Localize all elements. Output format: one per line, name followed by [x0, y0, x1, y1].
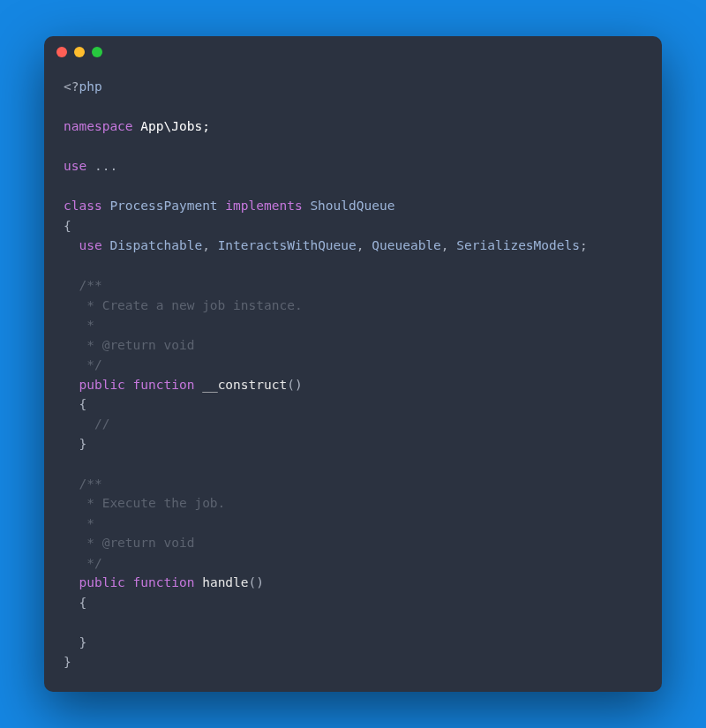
interface-name: ShouldQueue — [303, 199, 395, 213]
code-editor: <?php namespace App\Jobs; use ... class … — [44, 68, 662, 691]
minimize-icon[interactable] — [74, 47, 85, 57]
code-line: } — [64, 437, 86, 451]
function-handle: handle — [194, 575, 248, 589]
indent — [64, 298, 79, 312]
indent — [64, 378, 79, 392]
indent — [64, 477, 79, 491]
code-line: use ... — [64, 159, 117, 173]
indent — [64, 318, 79, 332]
code-line: { — [64, 596, 86, 610]
docblock-return: * @return void — [79, 338, 194, 352]
indent — [64, 397, 79, 411]
comma: , — [357, 238, 372, 252]
indent — [64, 437, 79, 451]
brace-open: { — [79, 596, 86, 610]
keyword-public: public — [79, 378, 124, 392]
trait-serializesmodels: SerializesModels — [456, 238, 580, 252]
indent — [64, 516, 79, 530]
code-line: /** — [64, 278, 102, 292]
brace-open: { — [79, 397, 86, 411]
code-line: <?php — [64, 79, 102, 94]
keyword-use-traits: use — [79, 238, 101, 252]
docblock-close: */ — [79, 556, 101, 570]
code-line: */ — [64, 556, 102, 570]
parens: () — [249, 575, 264, 589]
indent — [64, 278, 79, 292]
code-line: * — [64, 516, 94, 530]
keyword-public: public — [79, 575, 124, 589]
function-construct: __construct — [194, 378, 287, 392]
brace-close: } — [79, 437, 86, 451]
maximize-icon[interactable] — [92, 47, 102, 57]
semicolon: ; — [580, 238, 588, 252]
code-line: { — [64, 397, 86, 411]
indent — [64, 596, 79, 610]
indent — [64, 556, 79, 570]
code-line: * Create a new job instance. — [64, 298, 303, 312]
keyword-function: function — [133, 378, 195, 392]
keyword-class: class — [64, 199, 102, 213]
brace-open: { — [64, 219, 71, 233]
namespace-value: App\Jobs; — [133, 119, 210, 133]
code-line: * @return void — [64, 536, 194, 550]
docblock-close: */ — [79, 357, 101, 372]
indent — [64, 635, 79, 649]
indent — [64, 496, 79, 510]
keyword-use: use — [64, 159, 86, 173]
docblock-line: * Create a new job instance. — [79, 298, 302, 312]
php-open-tag-word: php — [79, 79, 101, 94]
code-line: * — [64, 318, 94, 332]
keyword-function: function — [133, 575, 195, 589]
indent — [64, 536, 79, 550]
brace-close: } — [79, 635, 86, 649]
use-ellipsis: ... — [86, 159, 117, 173]
trait-dispatchable: Dispatchable — [109, 238, 202, 252]
code-line: * Execute the job. — [64, 496, 225, 510]
keyword-namespace: namespace — [64, 119, 133, 133]
trait-interactswithqueue: InteractsWithQueue — [218, 238, 357, 252]
indent — [64, 357, 79, 372]
code-line: */ — [64, 357, 102, 372]
parens: () — [287, 378, 302, 392]
docblock-star: * — [79, 318, 94, 332]
indent — [64, 338, 79, 352]
class-name: ProcessPayment — [102, 199, 226, 213]
indent — [64, 575, 79, 589]
code-line: public function handle() — [64, 575, 264, 589]
code-line: class ProcessPayment implements ShouldQu… — [64, 199, 394, 213]
code-line: use Dispatchable, InteractsWithQueue, Qu… — [64, 238, 588, 252]
window-titlebar — [44, 36, 662, 68]
code-line: public function __construct() — [64, 378, 303, 392]
code-line: namespace App\Jobs; — [64, 119, 210, 133]
brace-close: } — [64, 655, 71, 669]
docblock-star: * — [79, 516, 94, 530]
php-open-tag: <? — [64, 79, 79, 94]
docblock-open: /** — [79, 477, 101, 491]
code-line: } — [64, 635, 86, 649]
code-window: <?php namespace App\Jobs; use ... class … — [44, 36, 662, 691]
docblock-open: /** — [79, 278, 101, 292]
code-line: /** — [64, 477, 102, 491]
comma: , — [441, 238, 456, 252]
comment-empty: // — [94, 417, 109, 431]
trait-queueable: Queueable — [372, 238, 441, 252]
indent — [64, 417, 94, 431]
comma: , — [202, 238, 217, 252]
keyword-implements: implements — [225, 199, 302, 213]
close-icon[interactable] — [56, 47, 67, 57]
docblock-return: * @return void — [79, 536, 194, 550]
code-line: * @return void — [64, 338, 194, 352]
code-line: // — [64, 417, 109, 431]
docblock-line: * Execute the job. — [79, 496, 225, 510]
indent — [64, 238, 79, 252]
